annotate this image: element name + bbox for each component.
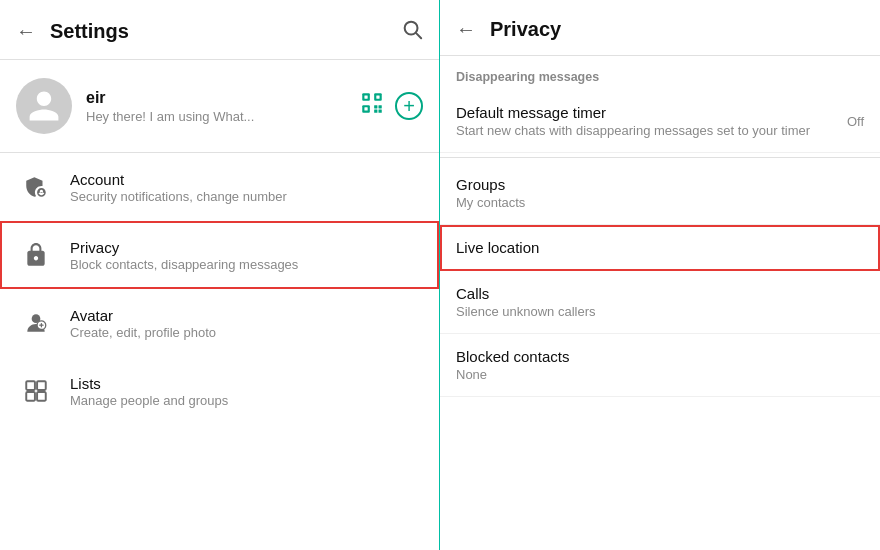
- blocked-contacts-title: Blocked contacts: [456, 348, 864, 365]
- privacy-item-live-location[interactable]: Live location: [440, 225, 880, 271]
- search-icon[interactable]: [401, 18, 423, 45]
- default-timer-value: Off: [847, 114, 864, 129]
- default-timer-content: Default message timer Start new chats wi…: [456, 104, 839, 138]
- avatar: [16, 78, 72, 134]
- lists-title: Lists: [70, 375, 423, 392]
- profile-info: eir Hey there! I am using What...: [86, 89, 359, 124]
- privacy-item-groups[interactable]: Groups My contacts: [440, 162, 880, 225]
- left-title: Settings: [50, 20, 401, 43]
- calls-subtitle: Silence unknown callers: [456, 304, 864, 319]
- lists-subtitle: Manage people and groups: [70, 393, 423, 408]
- groups-title: Groups: [456, 176, 864, 193]
- svg-line-1: [416, 33, 421, 38]
- svg-rect-8: [374, 105, 377, 108]
- lists-content: Lists Manage people and groups: [70, 375, 423, 408]
- live-location-content: Live location: [456, 239, 864, 256]
- svg-rect-15: [37, 381, 46, 390]
- calls-title: Calls: [456, 285, 864, 302]
- account-title: Account: [70, 171, 423, 188]
- svg-rect-14: [26, 381, 35, 390]
- blocked-contacts-content: Blocked contacts None: [456, 348, 864, 382]
- left-back-icon[interactable]: ←: [16, 20, 36, 43]
- lists-icon: [16, 371, 56, 411]
- svg-rect-7: [364, 107, 367, 110]
- account-icon: [16, 167, 56, 207]
- svg-rect-16: [26, 392, 35, 401]
- settings-item-lists[interactable]: Lists Manage people and groups: [0, 357, 439, 425]
- privacy-icon: [16, 235, 56, 275]
- settings-item-account[interactable]: Account Security notifications, change n…: [0, 153, 439, 221]
- profile-row[interactable]: eir Hey there! I am using What... +: [0, 60, 439, 153]
- settings-item-avatar[interactable]: Avatar Create, edit, profile photo: [0, 289, 439, 357]
- qr-icon[interactable]: [359, 90, 385, 122]
- add-contact-icon[interactable]: +: [395, 92, 423, 120]
- groups-content: Groups My contacts: [456, 176, 864, 210]
- svg-rect-9: [379, 105, 382, 108]
- privacy-content: Privacy Block contacts, disappearing mes…: [70, 239, 423, 272]
- left-panel: ← Settings eir Hey there! I am using Wha…: [0, 0, 440, 550]
- profile-status: Hey there! I am using What...: [86, 109, 359, 124]
- avatar-content: Avatar Create, edit, profile photo: [70, 307, 423, 340]
- privacy-item-calls[interactable]: Calls Silence unknown callers: [440, 271, 880, 334]
- settings-item-privacy[interactable]: Privacy Block contacts, disappearing mes…: [0, 221, 439, 289]
- disappearing-messages-label: Disappearing messages: [440, 56, 880, 90]
- account-content: Account Security notifications, change n…: [70, 171, 423, 204]
- right-panel: ← Privacy Disappearing messages Default …: [440, 0, 880, 550]
- right-title: Privacy: [490, 18, 864, 41]
- groups-subtitle: My contacts: [456, 195, 864, 210]
- default-timer-subtitle: Start new chats with disappearing messag…: [456, 123, 839, 138]
- left-header: ← Settings: [0, 0, 439, 60]
- avatar-subtitle: Create, edit, profile photo: [70, 325, 423, 340]
- privacy-item-default-timer[interactable]: Default message timer Start new chats wi…: [440, 90, 880, 153]
- profile-actions: +: [359, 90, 423, 122]
- right-back-icon[interactable]: ←: [456, 18, 476, 41]
- profile-name: eir: [86, 89, 359, 107]
- calls-content: Calls Silence unknown callers: [456, 285, 864, 319]
- right-header: ← Privacy: [440, 0, 880, 56]
- svg-rect-17: [37, 392, 46, 401]
- default-timer-title: Default message timer: [456, 104, 839, 121]
- avatar-title: Avatar: [70, 307, 423, 324]
- live-location-title: Live location: [456, 239, 864, 256]
- privacy-title: Privacy: [70, 239, 423, 256]
- section-divider: [440, 157, 880, 158]
- svg-rect-6: [376, 95, 379, 98]
- svg-rect-5: [364, 95, 367, 98]
- avatar-settings-icon: [16, 303, 56, 343]
- blocked-contacts-subtitle: None: [456, 367, 864, 382]
- svg-rect-11: [379, 110, 382, 113]
- account-subtitle: Security notifications, change number: [70, 189, 423, 204]
- privacy-item-blocked-contacts[interactable]: Blocked contacts None: [440, 334, 880, 397]
- privacy-subtitle: Block contacts, disappearing messages: [70, 257, 423, 272]
- svg-rect-10: [374, 110, 377, 113]
